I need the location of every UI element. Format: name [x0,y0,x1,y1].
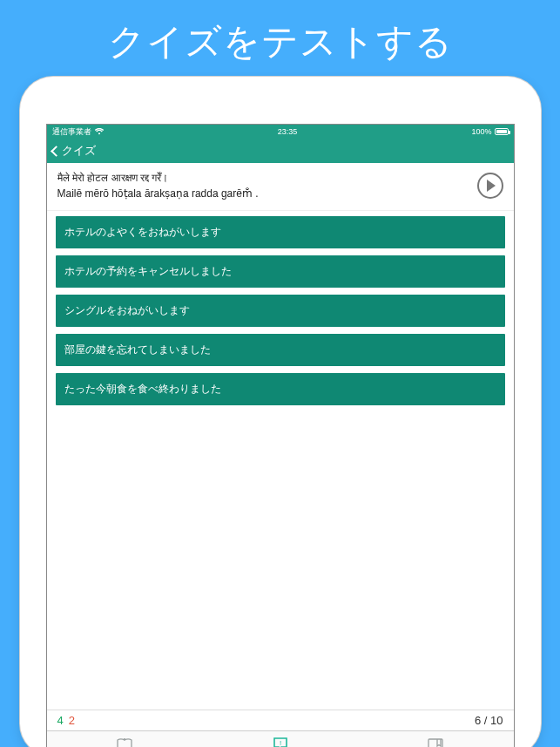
question-line2: Mailē mērō hōṭala ārakṣaṇa radda garēm̐ … [57,186,477,201]
screen: 通信事業者 23:35 100% クイズ मैले मेरो होटल आरक्… [46,124,515,747]
banner-title: クイズをテストする [0,0,560,82]
status-bar: 通信事業者 23:35 100% [47,125,514,139]
question-line1: मैले मेरो होटल आरक्षण रद्द गरेँ। [57,170,477,186]
wifi-icon [95,128,104,135]
progress-label: 6 / 10 [475,714,503,727]
back-button[interactable]: クイズ [52,143,96,159]
book-icon [428,738,443,748]
carrier-label: 通信事業者 [52,126,91,138]
tab-quiz[interactable]: ! [202,731,358,747]
nav-bar: クイズ [47,139,514,163]
tab-bookmark[interactable] [358,731,514,747]
tab-study[interactable] [47,731,203,747]
tab-bar: ! [47,730,514,747]
option-1[interactable]: ホテルのよやくをおねがいします [56,216,505,248]
content-spacer [47,412,514,710]
question-row: मैले मेरो होटल आरक्षण रद्द गरेँ। Mailē m… [47,163,514,211]
play-icon [487,180,496,192]
option-4[interactable]: 部屋の鍵を忘れてしまいました [56,334,505,366]
svg-text:!: ! [279,738,280,746]
option-3[interactable]: シングルをおねがいします [56,295,505,327]
reader-icon [117,738,132,748]
option-5[interactable]: たった今朝食を食べ終わりました [56,373,505,405]
score-bar: 4 2 6 / 10 [47,710,514,730]
chevron-left-icon [51,146,62,157]
clock: 23:35 [104,127,472,136]
option-2[interactable]: ホテルの予約をキャンセルしました [56,255,505,288]
back-label: クイズ [62,143,96,159]
score-correct: 4 [57,714,64,727]
question-text: मैले मेरो होटल आरक्षण रद्द गरेँ। Mailē m… [57,170,477,201]
battery-pct: 100% [471,127,491,136]
tablet-frame: 通信事業者 23:35 100% クイズ मैले मेरो होटल आरक्… [20,77,541,747]
score-wrong: 2 [69,714,75,727]
options-list: ホテルのよやくをおねがいします ホテルの予約をキャンセルしました シングルをおね… [47,211,514,412]
quiz-icon: ! [273,737,288,748]
battery-icon [495,128,509,135]
play-audio-button[interactable] [477,173,503,199]
svg-point-0 [124,738,125,740]
